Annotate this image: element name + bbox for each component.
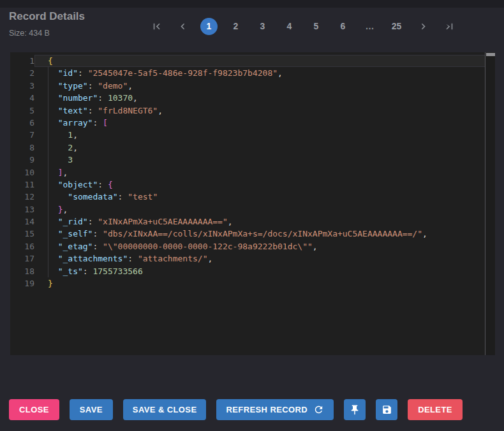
close-button[interactable]: CLOSE [9,399,59,420]
line-number: 9 [10,154,34,166]
code-line-3[interactable]: 3 "type": "demo", [10,80,495,92]
next-page-button[interactable] [415,18,431,34]
code-line-15[interactable]: 15 "_self": "dbs/xINxAA==/colls/xINxAPmX… [10,228,495,240]
save-button[interactable]: SAVE [70,399,113,420]
save-and-close-button[interactable]: SAVE & CLOSE [123,399,207,420]
line-number: 8 [10,142,34,154]
code-line-10[interactable]: 10 ], [10,166,495,179]
code-line-12[interactable]: 12 "somedata": "test" [10,191,495,203]
code-line-text: }, [34,203,485,216]
editor-scrollbar-track[interactable] [485,52,495,355]
code-line-text: { [34,55,485,67]
code-lines: 1{2 "id": "2545047e-5af5-486e-928f-f9823… [10,52,495,289]
code-line-text: 1, [34,129,485,141]
code-line-7[interactable]: 7 1, [10,129,495,141]
code-line-text: "_rid": "xINxAPmXa+uC5AEAAAAAAA==", [34,216,485,228]
delete-button[interactable]: DELETE [408,399,463,420]
code-line-text: "_etag": "\"00000000-0000-0000-122c-98a9… [34,240,485,252]
code-line-text: } [34,277,485,289]
first-page-button[interactable] [148,18,165,34]
last-page-icon [443,20,456,33]
previous-page-button[interactable] [174,18,191,34]
line-number: 13 [10,203,34,216]
page-button-6[interactable]: 6 [334,18,352,35]
pagination-pages: 123456…25 [200,18,405,35]
code-line-text: "type": "demo", [34,80,485,92]
code-line-11[interactable]: 11 "object": { [10,179,495,191]
page-ellipsis: … [361,18,378,35]
code-line-text: 3 [34,154,485,166]
code-line-text: "object": { [34,179,485,191]
page-button-3[interactable]: 3 [254,18,271,35]
code-line-19[interactable]: 19} [10,277,495,289]
code-line-9[interactable]: 9 3 [10,154,495,166]
page-button-1[interactable]: 1 [200,18,218,35]
json-editor[interactable]: 1{2 "id": "2545047e-5af5-486e-928f-f9823… [10,52,495,355]
line-number: 15 [10,228,34,240]
last-page-button[interactable] [441,18,457,34]
code-line-8[interactable]: 8 2, [10,142,495,154]
code-line-1[interactable]: 1{ [10,55,495,67]
code-line-16[interactable]: 16 "_etag": "\"00000000-0000-0000-122c-9… [10,240,495,252]
code-line-text: 2, [34,142,485,154]
page-button-4[interactable]: 4 [281,18,298,35]
code-line-text: "text": "frLd8NEGT6", [34,105,485,117]
line-number: 5 [10,105,34,117]
save-to-disk-button[interactable] [376,399,397,420]
refresh-record-button[interactable]: REFRESH RECORD [216,399,334,420]
editor-scrollbar-thumb[interactable] [486,53,495,56]
code-line-4[interactable]: 4 "number": 10370, [10,92,495,104]
floppy-disk-icon [382,404,392,415]
top-edge-strip [0,0,504,8]
refresh-record-label: REFRESH RECORD [226,405,308,414]
refresh-icon [313,404,324,415]
line-number: 3 [10,80,34,92]
line-number: 17 [10,252,34,265]
line-number: 14 [10,216,34,228]
code-line-text: "id": "2545047e-5af5-486e-928f-f9823b7b4… [34,67,485,79]
line-number: 12 [10,191,34,203]
chevron-left-icon [177,20,189,33]
code-line-text: "somedata": "test" [34,191,485,203]
code-line-17[interactable]: 17 "_attachments": "attachments/", [10,252,495,265]
record-size-label: Size: 434 B [9,29,50,38]
line-number: 19 [10,277,34,289]
action-bar: CLOSE SAVE SAVE & CLOSE REFRESH RECORD D… [9,399,463,420]
page-title: Record Details [9,10,85,23]
record-details-dialog: Record Details Size: 434 B 123456…25 1{2… [0,0,504,431]
code-line-5[interactable]: 5 "text": "frLd8NEGT6", [10,105,495,117]
line-number: 11 [10,179,34,191]
line-number: 1 [10,55,34,67]
code-line-text: ], [34,166,485,179]
code-line-text: "_ts": 1755733566 [34,265,485,277]
chevron-right-icon [417,20,429,33]
code-line-text: "_attachments": "attachments/", [34,252,485,265]
code-line-text: "_self": "dbs/xINxAA==/colls/xINxAPmXa+s… [34,228,485,240]
line-number: 2 [10,67,34,79]
code-line-2[interactable]: 2 "id": "2545047e-5af5-486e-928f-f9823b7… [10,67,495,79]
code-line-13[interactable]: 13 }, [10,203,495,216]
line-number: 18 [10,265,34,277]
code-line-18[interactable]: 18 "_ts": 1755733566 [10,265,495,277]
code-line-text: "number": 10370, [34,92,485,104]
page-button-5[interactable]: 5 [308,18,325,35]
page-button-25[interactable]: 25 [388,18,405,35]
line-number: 4 [10,92,34,104]
line-number: 16 [10,240,34,252]
code-line-text: "array": [ [34,117,485,129]
code-line-14[interactable]: 14 "_rid": "xINxAPmXa+uC5AEAAAAAAA==", [10,216,495,228]
pin-icon [349,404,360,416]
code-line-6[interactable]: 6 "array": [ [10,117,495,129]
line-number: 6 [10,117,34,129]
pagination: 123456…25 [148,17,457,36]
first-page-icon [151,20,163,33]
line-number: 10 [10,166,34,179]
page-button-2[interactable]: 2 [227,18,244,35]
pin-record-button[interactable] [344,399,366,420]
line-number: 7 [10,129,34,141]
